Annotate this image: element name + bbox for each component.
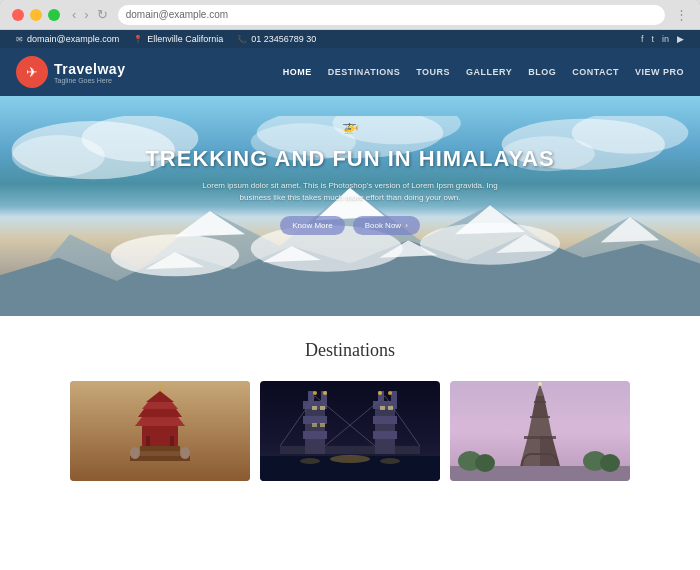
svg-marker-30 xyxy=(138,409,182,417)
top-info-bar: ✉ domain@example.com 📍 Ellenville Califo… xyxy=(0,30,700,48)
logo-text: Travelway Tagline Goes Here xyxy=(54,61,125,84)
twitter-icon[interactable]: t xyxy=(651,34,654,44)
svg-rect-26 xyxy=(140,446,180,451)
destinations-grid xyxy=(16,381,684,481)
destination-card-eiffel[interactable] xyxy=(450,381,630,481)
phone-text: 01 23456789 30 xyxy=(251,34,316,44)
svg-marker-79 xyxy=(528,416,552,436)
nav-tours[interactable]: TOURS xyxy=(416,67,450,77)
browser-window-controls xyxy=(12,9,60,21)
svg-point-63 xyxy=(378,391,382,395)
minimize-button[interactable] xyxy=(30,9,42,21)
maximize-button[interactable] xyxy=(48,9,60,21)
svg-marker-29 xyxy=(135,417,185,426)
location-icon: 📍 xyxy=(133,35,143,44)
svg-point-62 xyxy=(323,391,327,395)
svg-rect-65 xyxy=(312,406,317,410)
svg-rect-68 xyxy=(320,423,325,427)
nav-destinations[interactable]: DESTINATIONS xyxy=(328,67,400,77)
nav-blog[interactable]: BLOG xyxy=(528,67,556,77)
address-bar[interactable]: domain@example.com xyxy=(118,5,665,25)
svg-point-2 xyxy=(12,135,105,177)
hero-description: Lorem ipsum dolor sit amet. This is Phot… xyxy=(190,180,510,204)
phone-info: 📞 01 23456789 30 xyxy=(237,34,316,44)
svg-point-36 xyxy=(180,447,190,459)
logo-icon: ✈ xyxy=(16,56,48,88)
drone-decoration: 🚁 xyxy=(342,118,359,134)
arrow-icon: › xyxy=(405,221,408,230)
svg-point-35 xyxy=(130,447,140,459)
website-content: ✉ domain@example.com 📍 Ellenville Califo… xyxy=(0,30,700,570)
svg-marker-31 xyxy=(142,402,178,409)
svg-point-85 xyxy=(538,382,542,386)
svg-rect-70 xyxy=(388,406,393,410)
book-now-button[interactable]: Book Now › xyxy=(353,216,420,235)
nav-home[interactable]: HOME xyxy=(283,67,312,77)
temple-image xyxy=(70,381,250,481)
destination-card-temple[interactable] xyxy=(70,381,250,481)
address-text: Ellenville California xyxy=(147,34,223,44)
svg-rect-44 xyxy=(280,446,420,454)
browser-navigation: ‹ › ↻ xyxy=(72,7,108,22)
nav-menu: HOME DESTINATIONS TOURS GALLERY BLOG CON… xyxy=(283,67,684,77)
linkedin-icon[interactable]: in xyxy=(662,34,669,44)
svg-rect-34 xyxy=(170,436,174,446)
svg-rect-69 xyxy=(380,406,385,410)
hero-title: TREKKING AND FUN IN HIMALAYAS xyxy=(145,147,554,171)
svg-point-42 xyxy=(300,458,320,464)
email-info: ✉ domain@example.com xyxy=(16,34,119,44)
eiffel-image xyxy=(450,381,630,481)
hero-content: TREKKING AND FUN IN HIMALAYAS Lorem ipsu… xyxy=(115,147,584,234)
svg-point-19 xyxy=(111,234,239,276)
social-links: f t in ▶ xyxy=(641,34,684,44)
address-text: domain@example.com xyxy=(126,9,228,20)
svg-rect-82 xyxy=(524,436,556,439)
destination-card-bridge[interactable] xyxy=(260,381,440,481)
hero-cta-buttons: Know More Book Now › xyxy=(145,216,554,235)
close-button[interactable] xyxy=(12,9,24,21)
forward-icon[interactable]: › xyxy=(84,7,88,22)
logo-tagline: Tagline Goes Here xyxy=(54,77,125,84)
svg-rect-84 xyxy=(534,401,546,403)
svg-point-64 xyxy=(388,391,392,395)
email-icon: ✉ xyxy=(16,35,23,44)
nav-gallery[interactable]: GALLERY xyxy=(466,67,512,77)
site-logo[interactable]: ✈ Travelway Tagline Goes Here xyxy=(16,56,125,88)
svg-point-76 xyxy=(600,454,620,472)
svg-point-61 xyxy=(313,391,317,395)
svg-point-41 xyxy=(330,455,370,463)
top-bar-contact: ✉ domain@example.com 📍 Ellenville Califo… xyxy=(16,34,316,44)
nav-view-pro[interactable]: VIEW PRO xyxy=(635,67,684,77)
svg-rect-33 xyxy=(146,436,150,446)
logo-name: Travelway xyxy=(54,61,125,77)
svg-rect-53 xyxy=(373,416,397,424)
svg-rect-24 xyxy=(130,456,190,461)
browser-menu-icon[interactable]: ⋮ xyxy=(675,7,688,22)
svg-rect-83 xyxy=(530,416,550,418)
svg-point-74 xyxy=(475,454,495,472)
nav-contact[interactable]: CONTACT xyxy=(572,67,619,77)
back-icon[interactable]: ‹ xyxy=(72,7,76,22)
address-info: 📍 Ellenville California xyxy=(133,34,223,44)
phone-icon: 📞 xyxy=(237,35,247,44)
svg-rect-67 xyxy=(312,423,317,427)
svg-rect-54 xyxy=(373,431,397,439)
bridge-image xyxy=(260,381,440,481)
svg-rect-48 xyxy=(303,431,327,439)
browser-titlebar: ‹ › ↻ domain@example.com ⋮ xyxy=(0,0,700,30)
hero-section: 🚁 TREKKING AND FUN IN HIMALAYAS Lorem ip… xyxy=(0,96,700,316)
instagram-icon[interactable]: ▶ xyxy=(677,34,684,44)
svg-rect-25 xyxy=(135,451,185,456)
facebook-icon[interactable]: f xyxy=(641,34,644,44)
know-more-button[interactable]: Know More xyxy=(280,216,344,235)
svg-rect-47 xyxy=(303,416,327,424)
svg-rect-66 xyxy=(320,406,325,410)
destinations-section: Destinations xyxy=(0,316,700,497)
destinations-title: Destinations xyxy=(16,340,684,361)
email-text: domain@example.com xyxy=(27,34,119,44)
svg-point-43 xyxy=(380,458,400,464)
browser-window: ‹ › ↻ domain@example.com ⋮ ✉ domain@exam… xyxy=(0,0,700,570)
refresh-icon[interactable]: ↻ xyxy=(97,7,108,22)
main-navigation: ✈ Travelway Tagline Goes Here HOME DESTI… xyxy=(0,48,700,96)
